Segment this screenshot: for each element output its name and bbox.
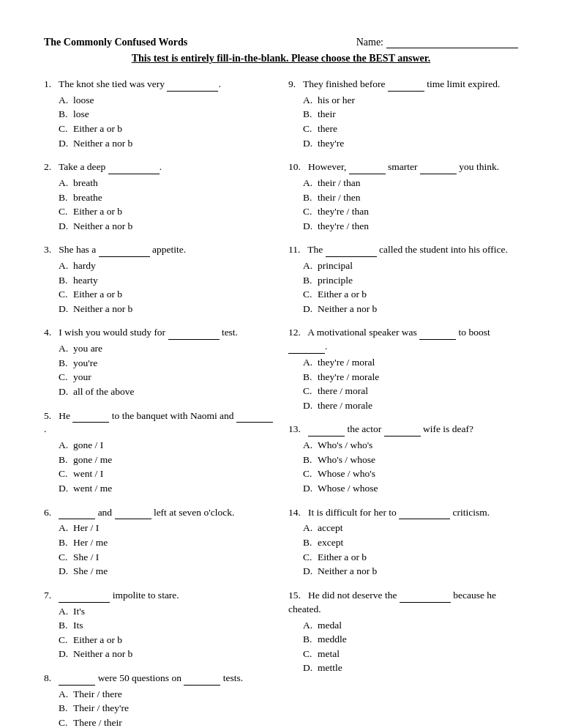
question-13: 13. the actor wife is deaf? A.Who's / wh… [288, 423, 518, 495]
q6-stem: 6. and left at seven o'clock. [44, 506, 274, 520]
q1-choices: A.loose B.lose C.Either a or b D.Neither… [44, 93, 274, 150]
q12-choices: A.they're / moral B.they're / morale C.t… [288, 355, 518, 412]
title: The Commonly Confused Words [44, 37, 187, 48]
list-item: D.Neither a nor b [303, 302, 518, 316]
list-item: C.they're / than [303, 204, 518, 219]
q1-stem: 1. The knot she tied was very . [44, 78, 274, 92]
list-item: B.Who's / whose [303, 453, 518, 467]
name-field-area: Name: [356, 37, 518, 48]
q8-blank2 [184, 675, 220, 686]
list-item: B.their [303, 107, 518, 122]
q2-stem: 2. Take a deep . [44, 160, 274, 174]
q6-choices: A.Her / I B.Her / me C.She / I D.She / m… [44, 521, 274, 578]
q8-stem: 8. were 50 questions on tests. [44, 672, 274, 686]
list-item: D.Neither a nor b [59, 136, 274, 151]
q15-stem: 15. He did not deserve the because he ch… [288, 589, 518, 617]
list-item: A.you are [59, 341, 274, 356]
list-item: A.principal [303, 259, 518, 273]
list-item: B.Its [59, 618, 274, 633]
q4-number: 4. [44, 327, 51, 338]
q3-stem: 3. She has a appetite. [44, 243, 274, 257]
list-item: B.they're / morale [303, 370, 518, 385]
list-item: C.your [59, 370, 274, 385]
q8-choices: A.Their / there B.Their / they're C.Ther… [44, 687, 274, 728]
q4-choices: A.you are B.you're C.your D.all of the a… [44, 341, 274, 398]
list-item: A.Who's / who's [303, 438, 518, 453]
list-item: C.She / I [59, 550, 274, 565]
list-item: C.Either a or b [303, 287, 518, 302]
list-item: B.lose [59, 107, 274, 122]
q3-choices: A.hardy B.hearty C.Either a or b D.Neith… [44, 259, 274, 316]
list-item: B.meddle [303, 632, 518, 647]
q5-blank2 [236, 412, 273, 423]
q5-number: 5. [44, 410, 51, 421]
q10-number: 10. [288, 161, 301, 172]
q3-blank [99, 247, 150, 257]
q12-blank1 [419, 330, 456, 340]
page-header: The Commonly Confused Words Name: [44, 37, 518, 48]
list-item: D.Neither a nor b [59, 219, 274, 234]
q11-choices: A.principal B.principle C.Either a or b … [288, 259, 518, 316]
q13-blank1 [308, 426, 345, 437]
q10-blank1 [349, 164, 386, 174]
q3-number: 3. [44, 244, 51, 255]
question-5: 5. He to the banquet with Naomi and . A.… [44, 409, 274, 496]
list-item: C.Either a or b [59, 633, 274, 647]
left-column: 1. The knot she tied was very . A.loose … [44, 78, 274, 728]
list-item: C.Either a or b [59, 287, 274, 302]
q6-blank1 [59, 509, 95, 519]
q11-blank [326, 247, 377, 257]
question-9: 9. They finished before time limit expir… [288, 78, 518, 150]
question-12: 12. A motivational speaker was to boost … [288, 326, 518, 412]
list-item: B.their / then [303, 190, 518, 205]
list-item: D.went / me [59, 481, 274, 496]
list-item: D.Neither a nor b [59, 647, 274, 661]
question-11: 11. The called the student into his offi… [288, 243, 518, 316]
q15-choices: A.medal B.meddle C.metal D.mettle [288, 618, 518, 675]
list-item: A.Their / there [59, 687, 274, 702]
q8-blank1 [59, 675, 95, 686]
question-7: 7. impolite to stare. A.It's B.Its C.Eit… [44, 589, 274, 661]
list-item: D.they're [303, 136, 518, 151]
q10-choices: A.their / than B.their / then C.they're … [288, 176, 518, 233]
list-item: D.Whose / whose [303, 481, 518, 496]
q12-number: 12. [288, 327, 301, 338]
q5-blank1 [72, 412, 109, 423]
q5-choices: A.gone / I B.gone / me C.went / I D.went… [44, 438, 274, 495]
name-input-line [386, 37, 518, 48]
list-item: B.breathe [59, 190, 274, 205]
q9-number: 9. [288, 78, 296, 89]
q2-number: 2. [44, 161, 51, 172]
q11-stem: 11. The called the student into his offi… [288, 243, 518, 257]
list-item: A.his or her [303, 93, 518, 108]
q2-choices: A.breath B.breathe C.Either a or b D.Nei… [44, 176, 274, 233]
q5-stem: 5. He to the banquet with Naomi and . [44, 409, 274, 437]
list-item: A.breath [59, 176, 274, 190]
subtitle: This test is entirely fill-in-the-blank.… [44, 53, 518, 64]
q10-blank2 [420, 164, 457, 174]
list-item: B.except [303, 535, 518, 550]
list-item: A.hardy [59, 259, 274, 273]
list-item: C.Either a or b [303, 550, 518, 565]
question-14: 14. It is difficult for her to criticism… [288, 506, 518, 579]
q14-number: 14. [288, 507, 301, 518]
list-item: D.She / me [59, 564, 274, 579]
q9-choices: A.his or her B.their C.there D.they're [288, 93, 518, 150]
q4-stem: 4. I wish you would study for test. [44, 326, 274, 340]
question-15: 15. He did not deserve the because he ch… [288, 589, 518, 675]
q13-blank2 [384, 426, 421, 437]
q12-blank2 [288, 343, 325, 354]
q13-stem: 13. the actor wife is deaf? [288, 423, 518, 437]
list-item: D.there / morale [303, 398, 518, 413]
q6-blank2 [115, 509, 151, 519]
list-item: A.gone / I [59, 438, 274, 453]
list-item: B.Their / they're [59, 701, 274, 716]
list-item: D.they're / then [303, 219, 518, 234]
list-item: D.mettle [303, 661, 518, 675]
list-item: B.you're [59, 356, 274, 371]
question-3: 3. She has a appetite. A.hardy B.hearty … [44, 243, 274, 316]
question-10: 10. However, smarter you think. A.their … [288, 160, 518, 233]
q4-blank [168, 330, 220, 340]
list-item: A.medal [303, 618, 518, 633]
list-item: A.accept [303, 521, 518, 535]
